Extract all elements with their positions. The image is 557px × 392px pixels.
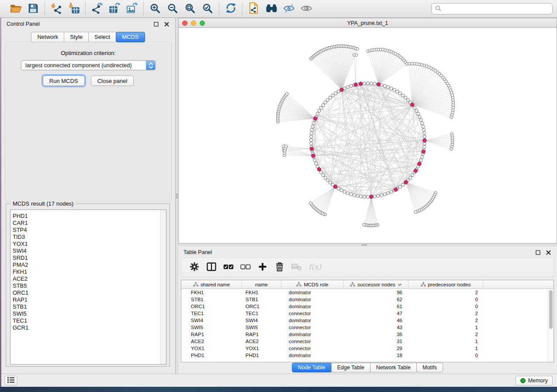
control-panel-float-button[interactable] [152, 21, 159, 27]
plus-button[interactable] [257, 262, 268, 273]
tab-style[interactable]: Style [64, 32, 89, 42]
mcds-result-item[interactable]: SWI4 [13, 248, 160, 254]
table-cell: 62 [344, 296, 408, 303]
table-panel-close-button[interactable] [545, 249, 552, 255]
table-row[interactable]: ORC1ORC1dominator610 [181, 303, 554, 310]
mcds-result-item[interactable]: ACE2 [13, 275, 160, 282]
traffic-light-zoom[interactable] [200, 21, 205, 26]
doc-network-button[interactable] [247, 2, 260, 16]
export-network-button[interactable] [90, 2, 104, 16]
export-table-button[interactable] [108, 2, 121, 16]
mcds-result-item[interactable]: STB5 [13, 282, 160, 289]
import-network-button[interactable] [50, 2, 63, 16]
network-window-titlebar: YPA_prune.txt_1 [179, 18, 557, 28]
binoculars-button[interactable] [265, 2, 278, 16]
column-header-name[interactable]: name [242, 280, 281, 289]
eye-slash-button[interactable] [282, 2, 295, 16]
mcds-result-item[interactable]: STP4 [13, 227, 160, 234]
split-columns-button[interactable] [206, 262, 217, 273]
table-row[interactable]: SWI5SWI5connector431 [181, 324, 554, 331]
traffic-light-close[interactable] [182, 21, 187, 26]
table-row[interactable]: ACE2ACE2connector311 [181, 338, 554, 345]
table-row[interactable]: YOX1YOX1connector291 [181, 345, 554, 352]
deselect-boxes-button[interactable] [240, 262, 251, 273]
table-scrollbar[interactable] [548, 289, 554, 362]
table-row[interactable]: RAP1RAP1dominator352 [181, 331, 554, 338]
mcds-result-item[interactable]: SRD1 [13, 254, 160, 261]
zoom-out-button[interactable] [166, 2, 179, 16]
vertical-splitter-handle[interactable] [176, 193, 178, 199]
trash-button[interactable] [274, 262, 285, 273]
eye-button[interactable] [300, 2, 313, 16]
table-row[interactable]: SWI4SWI4dominator462 [181, 317, 554, 324]
table-cell: SWI5 [181, 324, 242, 331]
tab-node-table[interactable]: Node Table [292, 363, 332, 372]
zoom-fit-button[interactable] [183, 2, 197, 16]
criterion-select[interactable]: largest connected component (undirected) [21, 60, 156, 70]
import-network-icon [51, 3, 62, 15]
table-row[interactable]: PHD1PHD1dominator180 [181, 352, 554, 359]
select-all-boxes-button[interactable] [223, 262, 234, 273]
mcds-result-item[interactable]: STB1 [13, 303, 160, 310]
tab-network[interactable]: Network [31, 32, 64, 42]
binoculars-icon [266, 3, 277, 15]
fx-button[interactable]: f(x) [308, 262, 324, 273]
zoom-selected-button[interactable] [201, 2, 214, 16]
column-header-shared-name[interactable]: shared name [181, 280, 242, 289]
refresh-button[interactable] [224, 2, 237, 16]
network-canvas[interactable] [179, 28, 557, 243]
table-scrollbar-thumb[interactable] [549, 290, 553, 329]
export-image-button[interactable] [125, 2, 138, 16]
mcds-result-item[interactable]: TID3 [13, 234, 160, 241]
horizontal-splitter-handle[interactable] [362, 244, 367, 246]
table-cell: 96 [344, 289, 408, 296]
import-table-button[interactable] [67, 2, 80, 16]
traffic-light-minimize[interactable] [191, 21, 196, 26]
gear-button[interactable] [189, 262, 200, 273]
tab-edge-table[interactable]: Edge Table [331, 363, 370, 372]
memory-status-dot [520, 378, 526, 383]
table-tabs: Node TableEdge TableNetwork TableMotifs [292, 363, 443, 372]
table-row[interactable]: STB1STB1dominator620 [181, 296, 554, 303]
mcds-result-item[interactable]: TEC1 [13, 317, 160, 324]
table-row[interactable]: TEC1TEC1connector472 [181, 310, 554, 317]
mcds-result-item[interactable]: GCR1 [13, 324, 160, 331]
table-cell: 0 [408, 296, 483, 303]
select-stepper-icon [146, 60, 155, 70]
tab-network-table[interactable]: Network Table [370, 363, 417, 372]
search-input[interactable] [443, 6, 549, 12]
mcds-result-item[interactable]: PMA2 [13, 261, 160, 268]
mcds-result-item[interactable]: PHD1 [13, 213, 160, 220]
mcds-result-item[interactable]: CAR1 [13, 220, 160, 227]
tab-select[interactable]: Select [88, 32, 116, 42]
close-mcds-panel-button[interactable]: Close panel [91, 76, 134, 86]
task-history-button[interactable] [4, 376, 17, 385]
mcds-result-item[interactable]: FKH1 [13, 268, 160, 275]
mcds-result-list[interactable]: PHD1CAR1STP4TID3YOX1SWI4SRD1PMA2FKH1ACE2… [10, 210, 166, 364]
column-header-MCDS-role[interactable]: MCDS role [281, 280, 344, 289]
mcds-result-item[interactable]: ORC1 [13, 289, 160, 296]
table-cell: SWI4 [181, 317, 242, 324]
column-header-predecessor-nodes[interactable]: predecessor nodes [408, 280, 483, 289]
control-panel-close-button[interactable] [163, 21, 170, 27]
table-row[interactable]: FKH1FKH1dominator962 [181, 289, 554, 296]
tab-mcds[interactable]: MCDS [116, 32, 145, 42]
table-cell: connector [281, 324, 344, 331]
zoom-in-button[interactable] [149, 2, 162, 16]
delete-table-button[interactable] [291, 262, 302, 273]
memory-button[interactable]: Memory [515, 376, 553, 385]
mcds-result-item[interactable]: RAP1 [13, 296, 160, 303]
mcds-result-item[interactable]: YOX1 [13, 241, 160, 248]
eye-icon [301, 3, 312, 14]
open-folder-button[interactable] [9, 2, 22, 16]
mcds-result-item[interactable]: SWI5 [13, 310, 160, 317]
network-graph[interactable] [179, 28, 557, 243]
mcds-list-scrollbar[interactable] [160, 210, 166, 364]
save-button[interactable] [27, 2, 40, 16]
table-panel-float-button[interactable] [534, 249, 541, 255]
run-mcds-button[interactable]: Run MCDS [43, 76, 85, 86]
memory-label: Memory [528, 378, 548, 384]
table-cell: 29 [344, 345, 408, 352]
column-header-successor-nodes[interactable]: successor nodes [344, 280, 408, 289]
tab-motifs[interactable]: Motifs [416, 363, 443, 372]
